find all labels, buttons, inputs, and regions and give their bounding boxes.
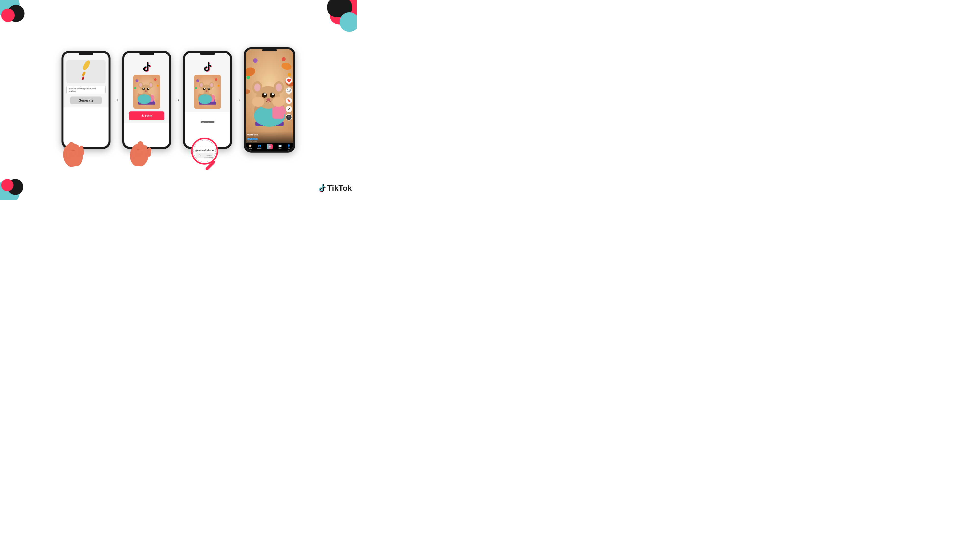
paintbrush-icon (72, 57, 100, 86)
svg-text:generated with AI: generated with AI (196, 149, 214, 152)
phone2-wrapper: ✳ Post (122, 51, 171, 149)
uploading-badge: Uploading... (200, 121, 215, 123)
phone2-screen: ✳ Post (124, 53, 169, 147)
phone1: hamster drinking coffee and reading Gene… (62, 51, 110, 149)
music-label: ♪ Music · Artist (247, 140, 292, 142)
phone3-notch (200, 53, 215, 55)
phone4-screen: ❤️ 102 💬 71 🔖 (246, 49, 293, 151)
svg-point-97 (275, 84, 282, 91)
svg-point-61 (195, 87, 197, 89)
like-action[interactable]: ❤️ 102 (286, 78, 292, 86)
phone2-notch (139, 53, 154, 55)
bookmark-action[interactable]: 🔖 (286, 97, 292, 104)
corner-decoration-top-right (313, 0, 357, 37)
svg-point-21 (143, 88, 144, 89)
svg-point-32 (134, 87, 136, 89)
phone4-notch (262, 49, 277, 51)
like-count: 102 (288, 84, 290, 86)
svg-point-47 (209, 89, 215, 94)
svg-rect-43 (214, 96, 215, 100)
svg-point-52 (205, 91, 207, 92)
tiktok-sidebar-actions: ❤️ 102 💬 71 🔖 (286, 78, 292, 121)
video-content: ❤️ 102 💬 71 🔖 (246, 49, 293, 143)
svg-point-31 (157, 85, 159, 87)
phone3-screen: Uploading... (185, 53, 230, 147)
svg-text:content: content (206, 154, 212, 156)
phone1-screen: hamster drinking coffee and reading Gene… (64, 53, 108, 147)
svg-point-25 (139, 83, 142, 87)
paintbrush-area (67, 60, 106, 83)
svg-point-54 (200, 83, 203, 87)
corner-decoration-top-left (0, 0, 29, 29)
svg-point-27 (150, 83, 153, 87)
phone3: Uploading... (183, 51, 232, 149)
phone4-wrapper: ❤️ 102 💬 71 🔖 (244, 47, 295, 152)
nav-friends[interactable]: 👥 Friends (257, 144, 261, 149)
video-info-overlay: Username AI-generated ♪ Music · Artist (246, 132, 293, 143)
svg-point-59 (215, 78, 217, 81)
svg-point-60 (218, 85, 220, 87)
hamster-image-phone2 (133, 75, 160, 109)
prompt-text-field[interactable]: hamster drinking coffee and reading (67, 86, 106, 94)
svg-point-56 (210, 83, 213, 87)
phone1-notch (79, 53, 93, 55)
svg-point-93 (266, 98, 270, 101)
svg-point-79 (247, 76, 250, 79)
svg-point-95 (254, 84, 260, 91)
main-flow: hamster drinking coffee and reading Gene… (62, 47, 295, 152)
nav-me[interactable]: 👤 Me (287, 144, 291, 149)
phone4: ❤️ 102 💬 71 🔖 (244, 47, 295, 152)
svg-point-51 (208, 88, 210, 89)
svg-point-22 (148, 88, 149, 89)
svg-point-76 (253, 58, 258, 63)
share-action[interactable]: ↗ (286, 106, 292, 112)
svg-point-18 (148, 89, 154, 94)
tiktok-nav-bar: 🏠 Home 👥 Friends + ✉️ Inbox (246, 143, 293, 151)
arrow-2: → (174, 96, 181, 104)
generate-button[interactable]: Generate (70, 97, 102, 104)
svg-point-1 (81, 71, 86, 76)
svg-point-23 (145, 91, 147, 92)
svg-point-87 (252, 97, 264, 107)
magnifier-overlay: · · · · · · · · generated with AI ⬡ cont… (190, 137, 225, 177)
hamster-upload-container: Uploading... (194, 75, 221, 109)
svg-point-57 (198, 94, 212, 104)
svg-rect-37 (147, 147, 151, 157)
arrow-3: → (234, 96, 241, 104)
svg-point-77 (282, 57, 286, 61)
nav-inbox[interactable]: ✉️ Inbox (278, 144, 282, 149)
svg-point-78 (288, 73, 291, 76)
svg-point-29 (135, 79, 138, 82)
svg-text:credentials: credentials (205, 157, 213, 158)
phone3-wrapper: Uploading... · · · · · · · · generated w… (183, 51, 232, 149)
hamster-image-phone3 (194, 75, 221, 109)
ai-generated-badge: AI-generated (247, 138, 258, 140)
nav-home[interactable]: 🏠 Home (248, 144, 252, 149)
tiktok-logo-icon (317, 184, 326, 193)
svg-point-90 (270, 92, 275, 98)
pointing-hand-2 (126, 133, 156, 172)
svg-text:· · · · · · · ·: · · · · · · · · (196, 146, 214, 148)
svg-point-46 (199, 89, 204, 94)
svg-text:⬡: ⬡ (199, 154, 200, 157)
svg-point-92 (272, 93, 274, 95)
svg-point-17 (138, 89, 143, 94)
svg-point-28 (137, 94, 151, 104)
svg-rect-14 (153, 96, 154, 100)
svg-point-58 (196, 79, 199, 82)
arrow-1: → (113, 96, 120, 104)
svg-point-88 (272, 97, 285, 107)
svg-point-89 (262, 92, 267, 98)
tiktok-branding: TikTok (308, 180, 357, 200)
username-label: Username (247, 133, 292, 136)
post-button[interactable]: ✳ Post (129, 111, 164, 120)
svg-point-30 (154, 78, 157, 81)
tiktok-logo-phone2 (142, 62, 152, 72)
corner-decoration-bottom-left (0, 170, 29, 200)
svg-point-50 (204, 88, 205, 89)
nav-create[interactable]: + (267, 144, 273, 149)
comment-action[interactable]: 💬 71 (286, 87, 292, 95)
music-disc: 🎵 (286, 114, 292, 121)
svg-point-91 (264, 93, 266, 95)
phone1-wrapper: hamster drinking coffee and reading Gene… (62, 51, 110, 149)
